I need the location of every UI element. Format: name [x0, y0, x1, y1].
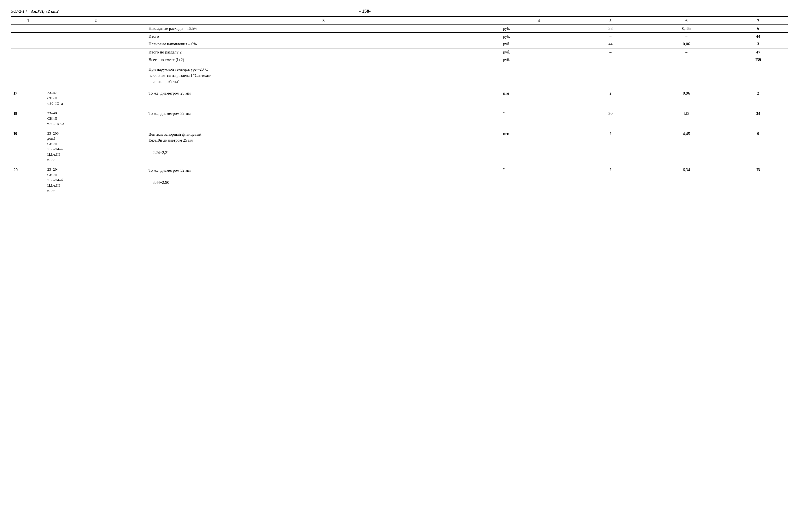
cell-5: –: [577, 56, 644, 63]
cell-6: [644, 63, 729, 88]
cell-7: 47: [729, 48, 788, 56]
main-table: 1 2 3 4 5 6 7 Накладные расходы – I6,5% …: [11, 16, 788, 195]
cell-2: 23–203 доп.I СНиП т.30–24–а Ц.I,ч.III п.…: [45, 128, 146, 164]
page-number: - 158-: [359, 8, 371, 14]
cell-5: [577, 63, 644, 88]
cell-5: –: [577, 48, 644, 56]
cell-4: руб.: [501, 56, 577, 63]
table-row: Всего по смете (I+2) руб. – – I39: [11, 56, 788, 63]
cell-4: шт.: [501, 128, 577, 164]
cell-6: –: [644, 48, 729, 56]
cell-3: Итого по разделу 2: [146, 48, 501, 56]
cell-2: [45, 40, 146, 48]
table-row-19: I9 23–203 доп.I СНиП т.30–24–а Ц.I,ч.III…: [11, 128, 788, 164]
cell-4: руб.: [501, 33, 577, 40]
cell-3: То же, диаметром 32 мм 3,44+2,90: [146, 164, 501, 195]
cell-4: руб.: [501, 40, 577, 48]
cell-2: [45, 56, 146, 63]
cell-6: 0,I65: [644, 25, 729, 33]
table-row: Плановые накопления – 6% руб. 44 0,06 3: [11, 40, 788, 48]
cell-1: [11, 48, 45, 56]
col-header-4: 4: [501, 17, 577, 25]
cell-6: I,I2: [644, 108, 729, 128]
cell-6: 4,45: [644, 128, 729, 164]
cell-3: Плановые накопления – 6%: [146, 40, 501, 48]
cell-6: 6,34: [644, 164, 729, 195]
cell-3: Всего по смете (I+2): [146, 56, 501, 63]
doc-number: 903-2-14 Ан.УП,ч.2 кн.2: [11, 9, 59, 14]
cell-2: [45, 33, 146, 40]
cell-4: [501, 63, 577, 88]
table-row: Итого руб. – – 44: [11, 33, 788, 40]
cell-1: I9: [11, 128, 45, 164]
cell-6: 0,96: [644, 88, 729, 108]
cell-7: 44: [729, 33, 788, 40]
table-row: Накладные расходы – I6,5% руб. 38 0,I65 …: [11, 25, 788, 33]
cell-7: 6: [729, 25, 788, 33]
cell-3: Накладные расходы – I6,5%: [146, 25, 501, 33]
table-row-18: I8 23–48 СНиП т.30–IIO–а То же, диаметро…: [11, 108, 788, 128]
cell-4: ": [501, 164, 577, 195]
cell-5: 30: [577, 108, 644, 128]
cell-6: 0,06: [644, 40, 729, 48]
cell-1: 20: [11, 164, 45, 195]
col-header-2: 2: [45, 17, 146, 25]
cell-1: [11, 33, 45, 40]
cell-2: [45, 63, 146, 88]
cell-1: I7: [11, 88, 45, 108]
cell-3: Итого: [146, 33, 501, 40]
cell-4: руб.: [501, 48, 577, 56]
cell-7: 9: [729, 128, 788, 164]
cell-3: То же, диаметром 25 мм: [146, 88, 501, 108]
cell-1: [11, 56, 45, 63]
cell-7: [729, 63, 788, 88]
cell-7: 34: [729, 108, 788, 128]
page-header: 903-2-14 Ан.УП,ч.2 кн.2 - 158-: [11, 8, 788, 14]
cell-7: 2: [729, 88, 788, 108]
cell-2: 23–48 СНиП т.30–IIO–а: [45, 108, 146, 128]
cell-2: 23–204 СНиП т.30–24–б Ц.I,ч.III п.I86: [45, 164, 146, 195]
cell-4: ": [501, 108, 577, 128]
table-row: Итого по разделу 2 руб. – – 47: [11, 48, 788, 56]
cell-2: [45, 25, 146, 33]
cell-1: [11, 25, 45, 33]
cell-1: [11, 63, 45, 88]
cell-6: –: [644, 33, 729, 40]
col-header-7: 7: [729, 17, 788, 25]
cell-2: [45, 48, 146, 56]
cell-note: При наружной температуре –20°С исключает…: [146, 63, 501, 88]
cell-5: 2: [577, 88, 644, 108]
cell-1: I8: [11, 108, 45, 128]
cell-7: I3: [729, 164, 788, 195]
cell-5: 44: [577, 40, 644, 48]
cell-6: –: [644, 56, 729, 63]
cell-3: То же, диаметром 32 мм: [146, 108, 501, 128]
cell-3: Вентиль запорный фланцевый I5кч19п диаме…: [146, 128, 501, 164]
col-header-5: 5: [577, 17, 644, 25]
cell-4: п.м: [501, 88, 577, 108]
col-header-6: 6: [644, 17, 729, 25]
table-row-20: 20 23–204 СНиП т.30–24–б Ц.I,ч.III п.I86…: [11, 164, 788, 195]
cell-5: 38: [577, 25, 644, 33]
cell-7: I39: [729, 56, 788, 63]
cell-7: 3: [729, 40, 788, 48]
table-row-17: I7 23–47 СНиП т.30–IO–а То же, диаметром…: [11, 88, 788, 108]
col-header-3: 3: [146, 17, 501, 25]
cell-5: 2: [577, 128, 644, 164]
cell-4: руб.: [501, 25, 577, 33]
table-row-note: При наружной температуре –20°С исключает…: [11, 63, 788, 88]
cell-5: –: [577, 33, 644, 40]
cell-1: [11, 40, 45, 48]
col-header-1: 1: [11, 17, 45, 25]
cell-5: 2: [577, 164, 644, 195]
cell-2: 23–47 СНиП т.30–IO–а: [45, 88, 146, 108]
